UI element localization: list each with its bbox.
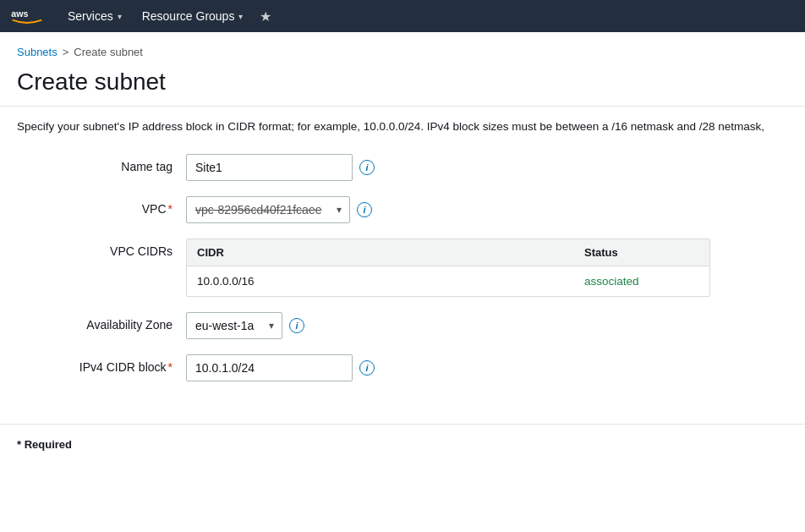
name-tag-row: Name tag i: [17, 154, 788, 181]
breadcrumb-separator: >: [63, 46, 69, 58]
availability-zone-field-group: eu-west-1a eu-west-1b eu-west-1c ▾ i: [186, 312, 304, 339]
cidr-row: 10.0.0.0/16 associated: [187, 266, 709, 296]
ipv4-cidr-row: IPv4 CIDR block i: [17, 354, 788, 381]
cidrs-table: CIDR Status 10.0.0.0/16 associated: [186, 239, 710, 297]
services-label: Services: [68, 9, 113, 23]
name-tag-field: [186, 154, 353, 181]
availability-zone-field: eu-west-1a eu-west-1b eu-west-1c ▾: [186, 312, 282, 339]
name-tag-info-icon[interactable]: i: [359, 160, 375, 175]
favorites-star[interactable]: ★: [253, 8, 278, 25]
services-chevron: ▾: [118, 12, 122, 21]
vpc-select[interactable]: vpc-82956cd40f21fcaee: [186, 196, 350, 223]
ipv4-cidr-input[interactable]: [186, 354, 353, 381]
vpc-row: VPC vpc-82956cd40f21fcaee ▾ i: [17, 196, 788, 223]
availability-zone-row: Availability Zone eu-west-1a eu-west-1b …: [17, 312, 788, 339]
ipv4-cidr-label: IPv4 CIDR block: [17, 354, 186, 374]
name-tag-label: Name tag: [17, 154, 186, 173]
page-description: Specify your subnet's IP address block i…: [0, 107, 805, 147]
breadcrumb-current: Create subnet: [74, 46, 143, 58]
resource-groups-menu[interactable]: Resource Groups ▾: [132, 0, 254, 32]
availability-zone-info-icon[interactable]: i: [289, 318, 304, 333]
name-tag-input[interactable]: [186, 154, 353, 181]
resource-groups-label: Resource Groups: [142, 9, 235, 23]
cidr-status: associated: [574, 266, 709, 296]
vpc-field: vpc-82956cd40f21fcaee ▾: [186, 196, 350, 223]
vpc-cidrs-label: VPC CIDRs: [17, 239, 186, 258]
services-menu[interactable]: Services ▾: [58, 0, 132, 32]
breadcrumb: Subnets > Create subnet: [0, 32, 805, 62]
cidrs-col-header-cidr: CIDR: [187, 239, 574, 266]
cidrs-col-header-status: Status: [574, 239, 709, 266]
cidrs-table-header: CIDR Status: [187, 239, 709, 266]
cidr-value: 10.0.0.0/16: [187, 266, 574, 296]
vpc-label: VPC: [17, 196, 186, 216]
name-tag-field-group: i: [186, 154, 375, 181]
page-title: Create subnet: [0, 62, 805, 107]
create-subnet-form: Name tag i VPC vpc-82956cd40f21fcaee ▾ i: [0, 147, 805, 417]
navigation: aws Services ▾ Resource Groups ▾ ★: [0, 0, 805, 32]
required-note: * Required: [0, 424, 805, 464]
aws-logo[interactable]: aws: [10, 5, 44, 27]
vpc-field-group: vpc-82956cd40f21fcaee ▾ i: [186, 196, 372, 223]
svg-text:aws: aws: [11, 8, 28, 19]
ipv4-cidr-field: [186, 354, 353, 381]
vpc-select-wrapper: vpc-82956cd40f21fcaee ▾: [186, 196, 350, 223]
ipv4-cidr-field-group: i: [186, 354, 375, 381]
availability-zone-select[interactable]: eu-west-1a eu-west-1b eu-west-1c: [186, 312, 282, 339]
breadcrumb-subnets-link[interactable]: Subnets: [17, 46, 58, 58]
availability-zone-label: Availability Zone: [17, 312, 186, 332]
availability-zone-select-wrapper: eu-west-1a eu-west-1b eu-west-1c ▾: [186, 312, 282, 339]
vpc-info-icon[interactable]: i: [357, 202, 372, 217]
vpc-cidrs-row: VPC CIDRs CIDR Status 10.0.0.0/16 associ…: [17, 239, 788, 297]
ipv4-cidr-info-icon[interactable]: i: [359, 360, 375, 376]
resource-groups-chevron: ▾: [238, 12, 243, 21]
